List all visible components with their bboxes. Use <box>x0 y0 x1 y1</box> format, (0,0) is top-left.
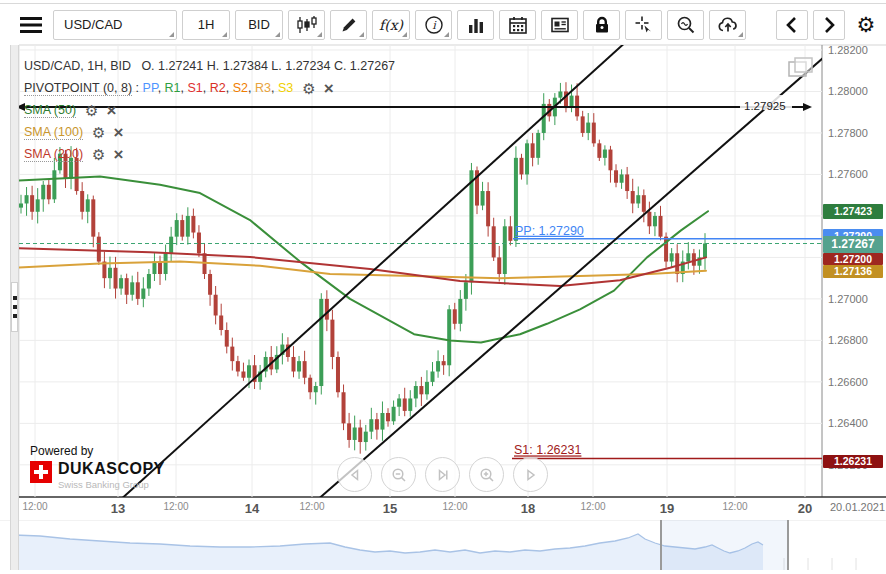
separator: , <box>226 81 233 95</box>
news-button[interactable] <box>541 10 578 40</box>
pivot-sep: : <box>132 81 142 95</box>
period-select[interactable]: 1H <box>182 10 230 40</box>
draw-button[interactable] <box>330 10 367 40</box>
sma-legend-row: SMA (200)⚙× <box>24 143 395 165</box>
crosshair-button[interactable] <box>625 10 662 40</box>
sma-settings-gear-icon[interactable]: ⚙ <box>92 147 105 162</box>
volume-button[interactable] <box>457 10 494 40</box>
zoom-out-button[interactable] <box>381 457 416 492</box>
step-back-button[interactable] <box>337 457 372 492</box>
sma200-badge: 1.27200 <box>823 253 883 265</box>
time-tick-hour: 12:00 <box>163 501 188 512</box>
time-tick-day: 20 <box>798 501 812 516</box>
instrument-select[interactable]: USD/CAD <box>53 10 177 40</box>
legend-symbol: USD/CAD, 1H, BID <box>24 59 131 73</box>
info-icon: i <box>424 15 444 35</box>
dukascopy-tagline: Swiss Banking Group <box>58 479 165 490</box>
instrument-select-label: USD/CAD <box>64 17 123 32</box>
zoom-mode-button[interactable] <box>667 10 704 40</box>
play-button[interactable] <box>513 457 548 492</box>
playback-controls <box>337 457 548 492</box>
chevron-right-icon <box>820 15 838 35</box>
separator: , <box>203 81 210 95</box>
chart-widget: USD/CAD1HBIDf(x)i⚙ PP: 1.27290S1: 1.2623… <box>0 0 886 574</box>
pivot-series-r1: R1 <box>165 81 181 95</box>
forward-button[interactable] <box>813 10 845 40</box>
time-tick-day: 14 <box>245 501 259 516</box>
settings-button[interactable]: ⚙ <box>850 10 882 40</box>
magnifier-wave-icon <box>676 15 696 35</box>
chart-type-button[interactable] <box>288 10 325 40</box>
skip-to-end-button[interactable] <box>425 457 460 492</box>
dropdown-corner-icon <box>402 32 407 37</box>
sma-label: SMA (100) <box>24 125 83 140</box>
separator: , <box>248 81 255 95</box>
svg-text:1.27925: 1.27925 <box>744 100 786 112</box>
sma-remove-icon[interactable]: × <box>114 124 124 141</box>
time-tick-hour: 12:00 <box>22 501 47 512</box>
time-tick-hour: 12:00 <box>299 501 324 512</box>
sma-remove-icon[interactable]: × <box>107 102 117 119</box>
candles-icon <box>296 15 318 35</box>
pivot-remove-icon[interactable]: × <box>324 80 334 97</box>
indicators-button[interactable]: f(x) <box>372 10 410 40</box>
dropdown-corner-icon <box>359 32 364 37</box>
swiss-flag-logo <box>30 461 52 483</box>
pivot-series-s2: S2 <box>233 81 248 95</box>
dropdown-corner-icon <box>738 32 743 37</box>
time-tick-day: 13 <box>111 501 125 516</box>
time-tick-day: 15 <box>383 501 397 516</box>
calendar-icon <box>508 15 528 35</box>
back-button[interactable] <box>776 10 808 40</box>
restore-window-icon[interactable] <box>787 56 815 82</box>
pivot-settings-gear-icon[interactable]: ⚙ <box>302 81 315 96</box>
sma-label: SMA (50) <box>24 103 76 118</box>
scrollbar-thumb[interactable] <box>11 282 18 332</box>
time-tick-hour: 12:00 <box>442 501 467 512</box>
svg-text:i: i <box>432 19 437 32</box>
pivot-series-s1: S1 <box>188 81 203 95</box>
sma100-badge: 1.27136 <box>823 265 883 278</box>
period-select-label: 1H <box>198 17 215 32</box>
pivot-series-r3: R3 <box>255 81 271 95</box>
calendar-button[interactable] <box>499 10 536 40</box>
time-tick-hour: 12:00 <box>580 501 605 512</box>
navigator-handle[interactable] <box>787 520 789 570</box>
info-button[interactable]: i <box>415 10 452 40</box>
navigator-handle[interactable] <box>660 520 662 570</box>
hamburger-icon <box>19 15 43 35</box>
toolbar: USD/CAD1HBIDf(x)i⚙ <box>14 9 882 40</box>
side-select[interactable]: BID <box>235 10 283 40</box>
dropdown-corner-icon <box>169 32 174 37</box>
separator: , <box>158 81 165 95</box>
vertical-scrollbar[interactable] <box>10 45 19 570</box>
pivot-title: PIVOTPOINT (0, 8) <box>24 81 132 96</box>
zoom-in-button[interactable] <box>469 457 504 492</box>
pivot-series-s3: S3 <box>278 81 293 95</box>
price-tick: 1.27000 <box>828 293 868 305</box>
side-select-label: BID <box>248 17 270 32</box>
chevron-left-icon <box>783 15 801 35</box>
lock-button[interactable] <box>583 10 620 40</box>
pivotpoint-legend-row: PIVOTPOINT (0, 8) : PP, R1, S1, R2, S2, … <box>24 77 395 99</box>
price-tick: 1.26400 <box>828 417 868 429</box>
cloud-upload-icon <box>717 15 739 35</box>
sma-settings-gear-icon[interactable]: ⚙ <box>92 125 105 140</box>
sma-legend-row: SMA (100)⚙× <box>24 121 395 143</box>
sma-remove-icon[interactable]: × <box>114 146 124 163</box>
pivot-series-pp: PP <box>143 81 158 95</box>
menu-button[interactable] <box>14 10 48 40</box>
separator: , <box>181 81 188 95</box>
current-price-badge: 1.27267 <box>823 236 883 253</box>
save-cloud-button[interactable] <box>709 10 746 40</box>
sma-settings-gear-icon[interactable]: ⚙ <box>85 103 98 118</box>
svg-text:S1: 1.26231: S1: 1.26231 <box>514 443 581 457</box>
price-tick: 1.28000 <box>828 85 868 97</box>
legend-gap <box>131 59 141 73</box>
separator: , <box>271 81 278 95</box>
sma-legend-row: SMA (50)⚙× <box>24 99 395 121</box>
time-tick-day: 19 <box>660 501 674 516</box>
pivot-series-list: PP, R1, S1, R2, S2, R3, S3 <box>143 81 294 95</box>
navigator[interactable] <box>0 520 886 574</box>
gear-icon: ⚙ <box>857 14 876 35</box>
